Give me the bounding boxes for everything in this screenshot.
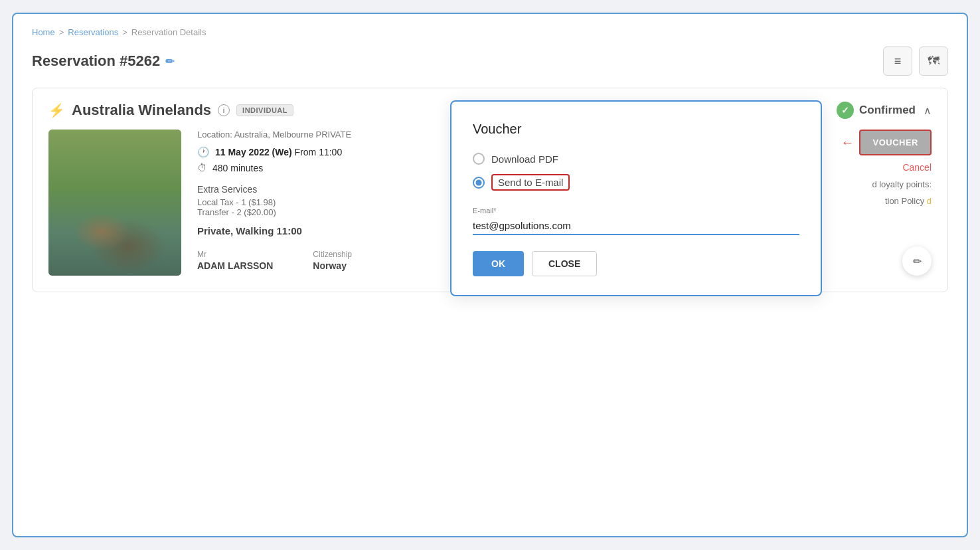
radio-send-email[interactable]: Send to E-mail — [473, 174, 799, 191]
radio-email-label: Send to E-mail — [491, 174, 570, 191]
close-button[interactable]: CLOSE — [532, 251, 597, 276]
email-field-group: E-mail* — [473, 207, 799, 235]
radio-download-pdf[interactable]: Download PDF — [473, 153, 799, 165]
radio-pdf-label: Download PDF — [491, 153, 558, 165]
outer-frame: Home > Reservations > Reservation Detail… — [12, 13, 968, 537]
ok-button[interactable]: OK — [473, 251, 524, 276]
modal-title: Voucher — [473, 122, 799, 137]
modal-actions: OK CLOSE — [473, 251, 799, 276]
radio-email-circle — [473, 177, 485, 189]
radio-group: Download PDF Send to E-mail — [473, 153, 799, 191]
email-label: E-mail* — [473, 207, 799, 215]
email-input[interactable] — [473, 217, 799, 235]
radio-pdf-circle — [473, 153, 485, 165]
voucher-modal: Voucher Download PDF Send to E-mail E-ma… — [450, 100, 822, 296]
